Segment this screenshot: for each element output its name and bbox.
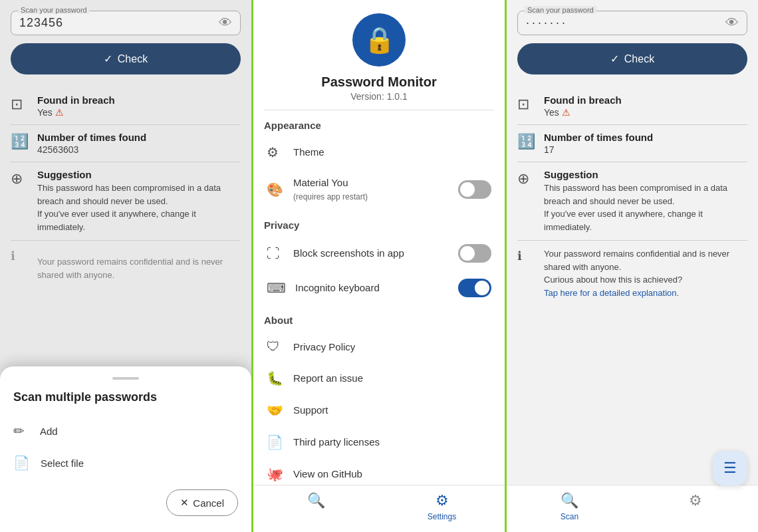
sheet-add-item[interactable]: ✏ Add	[13, 415, 238, 447]
settings-report-issue[interactable]: 🐛 Report an issue	[264, 362, 494, 394]
cancel-label: Cancel	[193, 497, 224, 509]
file-icon: 📄	[13, 455, 30, 471]
right-found-in-breach-row: ⊡ Found in breach Yes ⚠	[517, 88, 747, 125]
left-times-content: Number of times found 42563603	[37, 132, 146, 155]
left-eye-icon[interactable]: 👁︎	[219, 15, 232, 31]
cancel-x-icon: ✕	[180, 497, 189, 509]
settings-incognito-keyboard[interactable]: ⌨ Incognito keyboard	[264, 271, 494, 305]
scan-nav-icon-right: 🔍	[561, 492, 578, 509]
left-warning-icon: ⚠	[55, 107, 64, 118]
right-check-button[interactable]: ✓ Check	[517, 43, 747, 74]
nav-settings-middle[interactable]: ⚙ Settings	[422, 492, 462, 521]
tap-here-link[interactable]: Tap here for a detailed explanation.	[544, 288, 679, 298]
incognito-keyboard-left: ⌨ Incognito keyboard	[267, 280, 380, 296]
third-party-label: Third party licenses	[293, 436, 380, 449]
keyboard-icon: ⌨	[267, 280, 286, 296]
left-input-row: 123456 👁︎	[19, 15, 232, 31]
right-eye-icon[interactable]: 👁	[725, 15, 739, 31]
bottom-sheet: Scan multiple passwords ✏ Add 📄 Select f…	[0, 366, 251, 532]
right-times-value: 17	[544, 144, 653, 155]
right-breach-label: Found in breach	[544, 94, 622, 106]
right-confidential-line1: Your password remains confidential and i…	[544, 249, 729, 272]
block-screenshots-left: ⛶ Block screenshots in app	[267, 246, 404, 261]
right-input-row: ······· 👁	[526, 15, 739, 31]
right-breach-content: Found in breach Yes ⚠	[544, 94, 622, 118]
theme-label: Theme	[293, 146, 324, 159]
settings-github[interactable]: 🐙 View on GitHub	[264, 458, 494, 485]
appearance-section-title: Appearance	[264, 120, 494, 131]
report-issue-left: 🐛 Report an issue	[267, 370, 363, 386]
app-name: Password Monitor	[321, 74, 436, 90]
right-check-label: Check	[624, 53, 654, 65]
sheet-title: Scan multiple passwords	[13, 390, 238, 404]
privacy-policy-label: Privacy Policy	[293, 340, 355, 354]
privacy-policy-left: 🛡 Privacy Policy	[267, 339, 355, 354]
right-confidential-line2: Curious about how this is achieved?	[544, 275, 682, 285]
left-breach-label: Found in breach	[37, 94, 115, 106]
app-version: Version: 1.0.1	[350, 91, 408, 102]
right-suggestion-label: Suggestion	[544, 169, 747, 180]
divider-top	[264, 110, 494, 110]
check-icon: ✓	[104, 53, 112, 65]
left-suggestion-row: ⊕ Suggestion This password has been comp…	[11, 162, 241, 241]
left-times-label: Number of times found	[37, 132, 146, 143]
left-confidential-text: Your password remains confidential and i…	[37, 247, 241, 289]
left-times-value: 42563603	[37, 144, 146, 155]
cancel-button[interactable]: ✕ Cancel	[166, 489, 238, 516]
app-logo: 🔒	[352, 13, 406, 66]
nav-scan-middle[interactable]: 🔍	[297, 492, 336, 521]
add-label: Add	[40, 426, 58, 437]
right-breach-yes: Yes	[544, 107, 559, 118]
left-breach-yes: Yes	[37, 107, 53, 118]
palette-icon: 🎨	[267, 182, 284, 198]
settings-material-you[interactable]: 🎨 Material You(requires app restart)	[264, 168, 494, 210]
fab-button[interactable]: ☰	[713, 451, 747, 485]
left-breach-content: Found in breach Yes ⚠	[37, 94, 115, 118]
left-times-found-row: 🔢 Number of times found 42563603	[11, 125, 241, 162]
left-panel: Scan your password 123456 👁︎ ✓ Check ⊡ F…	[0, 0, 251, 532]
right-suggestion-row: ⊕ Suggestion This password has been comp…	[517, 162, 747, 241]
screenshot-icon: ⛶	[267, 246, 284, 261]
left-confidential-row: ℹ Your password remains confidential and…	[11, 241, 241, 296]
report-issue-label: Report an issue	[293, 372, 363, 385]
incognito-keyboard-toggle[interactable]	[458, 279, 491, 297]
block-screenshots-label: Block screenshots in app	[293, 247, 404, 260]
right-panel: Scan your password ······· 👁 ✓ Check ⊡ F…	[507, 0, 758, 532]
block-screenshots-toggle[interactable]	[458, 244, 491, 263]
sheet-handle	[112, 377, 139, 380]
left-check-label: Check	[118, 53, 148, 65]
bug-icon: 🐛	[267, 370, 284, 386]
nav-scan-right[interactable]: 🔍 Scan	[550, 492, 590, 521]
github-label: View on GitHub	[293, 467, 362, 481]
scan-nav-label-right: Scan	[561, 512, 578, 521]
right-suggestion-content: Suggestion This password has been compro…	[544, 169, 747, 233]
right-input-label: Scan your password	[525, 6, 596, 14]
scan-nav-icon: 🔍	[307, 492, 325, 509]
nav-settings-right[interactable]: ⚙	[676, 492, 715, 521]
support-icon: 🤝	[267, 402, 284, 418]
right-confidential-row: ℹ Your password remains confidential and…	[517, 241, 747, 306]
left-input-value: 123456	[19, 16, 63, 30]
right-breach-icon: ⊡	[517, 96, 536, 113]
right-input-dots: ·······	[526, 16, 568, 30]
support-label: Support	[293, 404, 328, 417]
left-check-button[interactable]: ✓ Check	[11, 43, 241, 74]
material-you-item-left: 🎨 Material You(requires app restart)	[267, 176, 368, 202]
select-file-label: Select file	[41, 458, 84, 469]
settings-block-screenshots[interactable]: ⛶ Block screenshots in app	[264, 236, 494, 271]
middle-bottom-nav: 🔍 ⚙ Settings	[253, 485, 505, 532]
theme-item-left: ⚙ Theme	[267, 144, 324, 160]
sheet-file-item[interactable]: 📄 Select file	[13, 447, 238, 479]
left-password-input-container: Scan your password 123456 👁︎	[11, 11, 241, 35]
settings-privacy-policy[interactable]: 🛡 Privacy Policy	[264, 331, 494, 362]
right-breach-value: Yes ⚠	[544, 107, 622, 118]
left-times-icon: 🔢	[11, 133, 29, 150]
settings-third-party[interactable]: 📄 Third party licenses	[264, 426, 494, 458]
left-found-in-breach-row: ⊡ Found in breach Yes ⚠	[11, 88, 241, 125]
settings-theme[interactable]: ⚙ Theme	[264, 136, 494, 168]
material-you-toggle[interactable]	[458, 180, 491, 199]
right-password-input-container: Scan your password ······· 👁	[517, 11, 747, 35]
settings-support[interactable]: 🤝 Support	[264, 394, 494, 426]
support-left: 🤝 Support	[267, 402, 328, 418]
about-section-title: About	[264, 315, 494, 326]
